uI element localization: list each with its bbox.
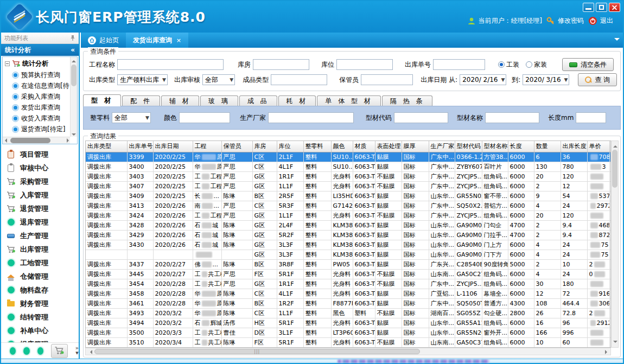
clear-conditions-button[interactable]: 清空条件 xyxy=(562,58,614,71)
sidebar-item-生产管理[interactable]: 生产管理 xyxy=(7,229,79,242)
sidebar-item-入库管理[interactable]: 入库管理 xyxy=(7,188,79,202)
column-header[interactable]: 生产厂家 xyxy=(429,141,455,152)
column-header[interactable]: 长度 xyxy=(508,141,534,152)
material-tab[interactable]: 辅 材 xyxy=(161,95,199,106)
column-header[interactable]: 型材名称 xyxy=(482,141,508,152)
material-tab[interactable]: 耗 材 xyxy=(278,95,316,106)
minimize-button[interactable] xyxy=(583,3,594,12)
quick-dot-icon[interactable] xyxy=(10,347,16,355)
collapse-chevrons-icon[interactable]: « xyxy=(71,46,75,54)
section-header-statistics[interactable]: 统计分析 « xyxy=(1,44,79,56)
cart-quick-button[interactable] xyxy=(51,344,68,358)
column-header[interactable]: 单价 xyxy=(587,141,609,152)
audit-select[interactable]: 全部▼ xyxy=(202,74,235,85)
keeper-input[interactable] xyxy=(361,74,413,85)
sidebar-item-物料盘存[interactable]: 物料盘存 xyxy=(7,283,79,297)
menu-overflow-button[interactable]: »▼ xyxy=(75,346,79,355)
tree-item[interactable]: 退库管理[待定] xyxy=(4,135,69,136)
column-header[interactable]: 材质 xyxy=(353,141,375,152)
tab-close-icon[interactable]: × xyxy=(176,37,181,44)
column-header[interactable]: 工程 xyxy=(193,141,221,152)
column-header[interactable]: 库位 xyxy=(277,141,303,152)
sidebar-item-仓储管理[interactable]: 仓储管理 xyxy=(7,270,79,283)
table-row[interactable]: 调拨出库34132020/2/26南...严思C区5R3F整料G71422606… xyxy=(86,201,611,210)
sidebar-item-财务管理[interactable]: 财务管理 xyxy=(7,297,79,310)
table-row[interactable]: 调拨出库34072020/2/25工工程严思G区1L1F整料光身料6063-T5… xyxy=(86,181,611,191)
sidebar-item-补单中心[interactable]: 补单中心 xyxy=(7,324,79,337)
product-type-input[interactable] xyxy=(271,74,327,85)
warehouse-input[interactable] xyxy=(253,59,309,70)
sidebar-item-采购管理[interactable]: 采购管理 xyxy=(7,175,79,188)
project-name-input[interactable] xyxy=(117,59,224,70)
table-row[interactable]: 调拨出库34242020/2/26工工程严思G区1L1F整料光身料6063-T5… xyxy=(86,210,611,220)
sidebar-item-报废管理[interactable]: 报废管理 xyxy=(7,337,79,342)
tabstrip-dropdown-icon[interactable] xyxy=(614,38,620,43)
material-tab[interactable]: 隔 热 条 xyxy=(382,95,433,106)
maximize-button[interactable] xyxy=(596,3,607,12)
tab-shipping-outbound-query[interactable]: 发货出库查询 × xyxy=(126,33,188,48)
maker-input[interactable] xyxy=(268,112,354,123)
change-password-button[interactable]: 修改密码 xyxy=(546,16,584,25)
table-row[interactable]: 调拨出库35002020/3/3工共工程曹佳D区3L1F整料LT3P606063… xyxy=(86,328,611,337)
radio-jiazhuang[interactable]: 家装 xyxy=(526,60,547,69)
tree-item[interactable]: 收货入库查询 xyxy=(4,113,69,124)
color-input[interactable] xyxy=(179,112,230,123)
profile-code-input[interactable] xyxy=(394,112,448,123)
tree-item[interactable]: 采购入库查询 xyxy=(4,91,69,102)
column-header[interactable]: 型材代码 xyxy=(455,141,482,152)
sidebar-item-退库管理[interactable]: 退库管理 xyxy=(7,215,79,229)
table-row[interactable]: 调拨出库34612020/2/28华原..陈琳B区1R2F整料F8877FT60… xyxy=(86,298,611,308)
material-tab[interactable]: 配 件 xyxy=(122,95,160,106)
column-header[interactable]: 库房 xyxy=(252,141,277,152)
column-header[interactable]: 出库类型 xyxy=(86,141,127,152)
table-row[interactable]: 调拨出库34932020/3/2华原..陈琳C区1L1F整料黑色塑料不贴膜国标湖… xyxy=(86,308,611,318)
table-row[interactable]: 调拨出库34002020/2/25华原..严思C区4L1F整料SU10...60… xyxy=(86,162,611,171)
column-header[interactable]: 出库长度 xyxy=(561,141,587,152)
tree-item[interactable]: 预算执行查询 xyxy=(4,69,69,80)
tree-root-node[interactable]: 统计分析 xyxy=(4,58,69,69)
material-tab[interactable]: 玻 璃 xyxy=(200,95,238,106)
order-no-input[interactable] xyxy=(433,59,485,70)
sidebar-item-出库管理[interactable]: 出库管理 xyxy=(7,242,79,256)
table-row[interactable]: 调拨出库34032020/2/25工工程严思G区1R1F整料光身料6063-T5… xyxy=(86,171,611,181)
table-row[interactable]: 调拨出库34942020/3/2石辉城汤伟H区5R1F整料光身料6063-T5贴… xyxy=(86,318,611,328)
table-row[interactable]: 调拨出库34372020/2/27佛...陈琳B区3R8F整料PW056063-… xyxy=(86,259,611,269)
column-header[interactable]: 出库日期 xyxy=(153,141,193,152)
column-header[interactable]: 颜色 xyxy=(331,141,353,152)
quick-dot-icon[interactable] xyxy=(23,347,29,355)
piece-select[interactable]: 全部▼ xyxy=(112,112,151,123)
quick-dot-icon[interactable] xyxy=(37,347,43,355)
out-type-select[interactable]: 生产领料出库▼ xyxy=(117,74,168,85)
date-from-picker[interactable]: 2020/ 2/16▼ xyxy=(460,74,506,85)
column-header[interactable]: 数量 xyxy=(534,141,561,152)
close-button[interactable] xyxy=(609,3,620,12)
tab-home[interactable]: 起始页 xyxy=(81,33,126,48)
table-row[interactable]: G区3L3F整料KLM38176063-T5贴膜国标山东华...GA90M09.… xyxy=(86,250,611,259)
sidebar-item-审核中心[interactable]: 审核中心 xyxy=(7,161,79,175)
profile-name-input[interactable] xyxy=(485,112,539,123)
table-row[interactable]: 调拨出库34582020/2/28华原..陈琳C区4L1F整料光身料6063-T… xyxy=(86,289,611,298)
material-tab[interactable]: 单 体 型 材 xyxy=(317,95,380,106)
sidebar-item-项目管理[interactable]: 项目管理 xyxy=(7,148,79,161)
length-input[interactable] xyxy=(576,112,606,123)
column-header[interactable]: 整零料 xyxy=(303,141,331,152)
column-header[interactable]: 膜厚 xyxy=(402,141,429,152)
table-row[interactable]: 调拨出库34302020/2/26石城陈琳G区3L3F整料KLM38176063… xyxy=(86,240,611,250)
table-row[interactable]: 调拨出库34452020/2/27工共工程严思F区5R1F整料光身料6063-T… xyxy=(86,269,611,279)
date-to-picker[interactable]: 2020/ 3/16▼ xyxy=(523,74,569,85)
pin-icon[interactable] xyxy=(70,35,75,41)
tree-item[interactable]: 退货查询[待定] xyxy=(4,124,69,135)
table-row[interactable]: 调拨出库33992020/2/25华原..严思C区2L1F整料SU10...60… xyxy=(86,152,611,162)
material-tab[interactable]: 成 品 xyxy=(239,95,277,106)
table-row[interactable]: 调拨出库34542020/2/28工共工程严思G区1R1F整料光身料6063-T… xyxy=(86,279,611,289)
sidebar-item-工地管理[interactable]: 工地管理 xyxy=(7,256,79,270)
column-header[interactable]: 表面处理 xyxy=(375,141,402,152)
search-button[interactable]: 查 询 xyxy=(578,73,617,86)
sidebar-item-退货管理[interactable]: 退货管理 xyxy=(7,202,79,215)
logout-button[interactable]: 退出 xyxy=(588,16,613,25)
tree-horizontal-scrollbar[interactable] xyxy=(3,137,70,144)
column-header[interactable]: 出库单号 xyxy=(127,141,153,152)
table-row[interactable]: 调拨出库34282020/2/26石城陈琳G区2L4F整料KLM38176063… xyxy=(86,220,611,230)
table-horizontal-scrollbar[interactable]: ||| xyxy=(85,348,611,355)
table-row[interactable]: 调拨出库34292020/2/26石城陈琳G区5R2F整料KLM38176063… xyxy=(86,230,611,240)
